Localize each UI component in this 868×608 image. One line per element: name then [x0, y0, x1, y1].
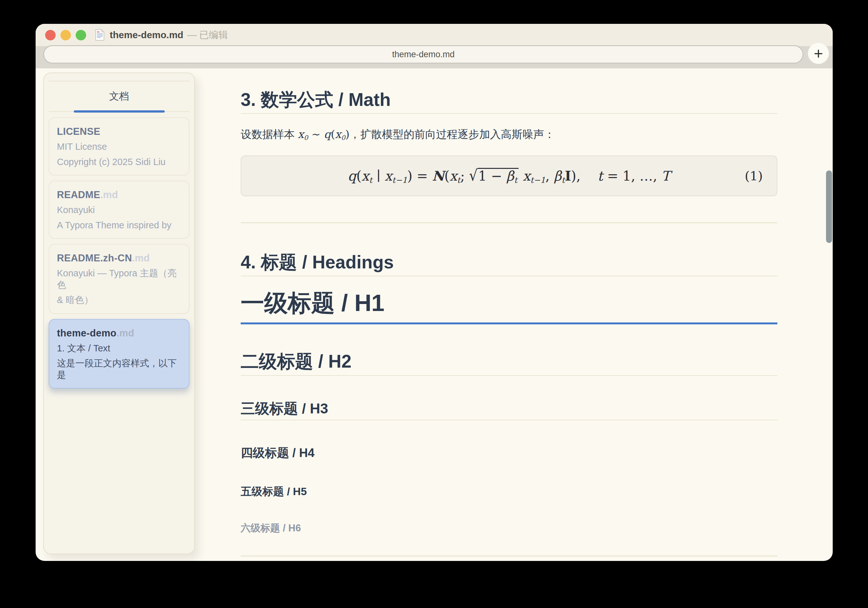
file-card-theme-demo-selected[interactable]: theme-demo.md 1. 文本 / Text 这是一段正文内容样式，以下…	[49, 319, 189, 389]
app-window: theme-demo.md — 已编辑 theme-demo.md + 文档 L…	[36, 24, 833, 561]
plus-icon: +	[814, 45, 823, 61]
horizontal-rule	[241, 222, 777, 223]
file-card-license[interactable]: LICENSE MIT License Copyright (c) 2025 S…	[49, 117, 189, 175]
math-intro-paragraph: 设数据样本 x0 ∼ q(x0)，扩散模型的前向过程逐步加入高斯噪声：	[241, 127, 777, 142]
window-title-edited-suffix: — 已编辑	[187, 29, 228, 42]
tab-theme-demo[interactable]: theme-demo.md	[43, 45, 803, 64]
close-button[interactable]	[45, 30, 56, 40]
file-preview-line: MIT License	[57, 141, 181, 153]
sidebar-tab-documents[interactable]: 文档	[49, 81, 189, 112]
file-preview-line: Copyright (c) 2025 Sidi Liu	[57, 156, 181, 168]
horizontal-rule	[241, 555, 777, 557]
demo-heading-h2: 二级标题 / H2	[241, 351, 777, 375]
file-card-readme-zh-cn[interactable]: README.zh-CN.md Konayuki — Typora 主题（亮色 …	[49, 244, 189, 314]
demo-heading-h6: 六级标题 / H6	[241, 522, 777, 534]
new-tab-button[interactable]: +	[808, 43, 829, 64]
demo-heading-h4: 四级标题 / H4	[241, 446, 777, 461]
minimize-button[interactable]	[60, 30, 71, 40]
title-bar: theme-demo.md — 已编辑	[36, 24, 833, 46]
file-extension: .md	[132, 253, 150, 264]
file-name: README	[57, 189, 100, 200]
demo-heading-h5: 五级标题 / H5	[241, 485, 777, 498]
equation-formula: q(xt ∣ xt−1) = N(xt; √1 − βt xt−1, βtI),…	[348, 168, 670, 184]
zoom-button[interactable]	[76, 30, 86, 40]
file-name: LICENSE	[57, 126, 100, 137]
file-preview-line: Konayuki — Typora 主题（亮色	[57, 267, 181, 291]
equation-number: (1)	[745, 169, 763, 183]
file-preview-line: & 暗色）	[57, 294, 181, 306]
file-name: README.zh-CN	[57, 253, 132, 264]
file-name: theme-demo	[57, 327, 116, 339]
file-extension: .md	[100, 189, 118, 200]
document-icon	[95, 29, 105, 41]
file-list: LICENSE MIT License Copyright (c) 2025 S…	[44, 112, 194, 389]
window-title: theme-demo.md	[110, 29, 183, 40]
section-heading-headings: 4. 标题 / Headings	[241, 251, 777, 276]
file-card-readme[interactable]: README.md Konayuki A Typora Theme inspir…	[49, 181, 189, 239]
file-preview-line: 这是一段正文内容样式，以下是	[57, 357, 181, 381]
traffic-lights	[45, 30, 86, 40]
equation-block: q(xt ∣ xt−1) = N(xt; √1 − βt xt−1, βtI),…	[241, 155, 777, 196]
file-preview-line: Konayuki	[57, 204, 181, 216]
demo-heading-h1: 一级标题 / H1	[241, 289, 777, 324]
sidebar-panel: 文档 LICENSE MIT License Copyright (c) 202…	[43, 73, 195, 554]
tab-label: theme-demo.md	[392, 50, 455, 59]
demo-heading-h3: 三级标题 / H3	[241, 400, 777, 420]
active-tab-indicator	[74, 110, 165, 113]
editor-content: 3. 数学公式 / Math 设数据样本 x0 ∼ q(x0)，扩散模型的前向过…	[241, 68, 777, 557]
vertical-scrollbar-thumb[interactable]	[826, 171, 832, 243]
file-extension: .md	[116, 327, 134, 339]
file-preview-line: A Typora Theme inspired by	[57, 219, 181, 231]
window-chrome: theme-demo.md — 已编辑 theme-demo.md +	[36, 24, 833, 68]
section-heading-math: 3. 数学公式 / Math	[241, 89, 777, 114]
file-preview-line: 1. 文本 / Text	[57, 343, 181, 354]
sidebar-tab-label: 文档	[109, 91, 129, 102]
